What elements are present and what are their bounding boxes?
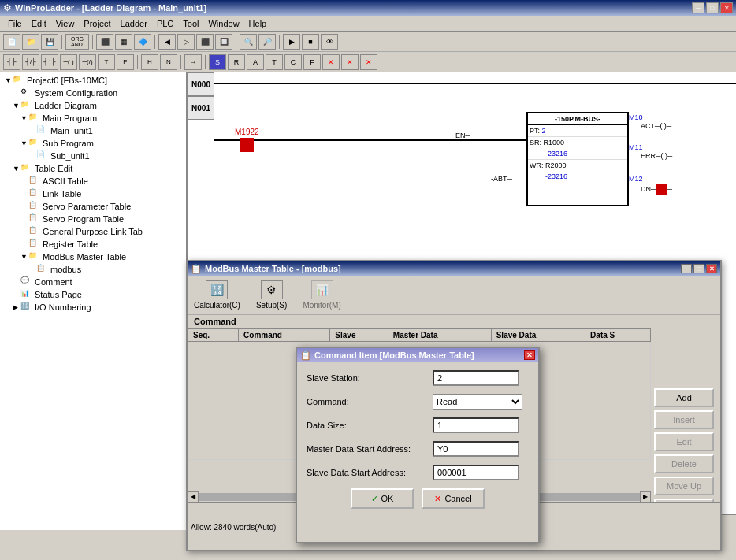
- tree-sub-prog[interactable]: ▼ 📁 Sub Program: [2, 137, 184, 150]
- tb2-f[interactable]: F: [303, 54, 321, 70]
- tree-servoprog-label: Servo Program Table: [43, 214, 124, 224]
- delete-button[interactable]: Delete: [654, 454, 714, 473]
- tb2-h[interactable]: H: [141, 54, 158, 70]
- tb-btn3[interactable]: ⬛: [96, 34, 113, 50]
- tree-servo-prog[interactable]: 📋 Servo Program Table: [2, 213, 184, 225]
- tree-root-arrow[interactable]: ▼: [5, 76, 13, 84]
- add-button[interactable]: Add: [654, 388, 714, 407]
- scroll-left-btn[interactable]: ◀: [188, 491, 199, 503]
- master-data-input[interactable]: [433, 441, 519, 457]
- minimize-button[interactable]: ─: [692, 2, 704, 13]
- tb2-a[interactable]: A: [247, 54, 264, 70]
- tb-org[interactable]: ORGAND: [65, 34, 89, 50]
- tb2-coil[interactable]: ─( ): [60, 54, 77, 70]
- tb-btn8[interactable]: ⬛: [196, 34, 214, 50]
- tb-btn10[interactable]: 🔍: [240, 34, 257, 50]
- tree-main-unit1[interactable]: 📄 Main_unit1: [2, 124, 184, 137]
- tb2-ncoil[interactable]: ─(/): [79, 54, 96, 70]
- tb-btn11[interactable]: 🔎: [258, 34, 276, 50]
- tree-ladder-arrow[interactable]: ▼: [13, 102, 20, 109]
- menu-plc[interactable]: PLC: [152, 17, 178, 30]
- slave-data-input[interactable]: [433, 465, 519, 480]
- tb-new[interactable]: 📄: [3, 34, 20, 50]
- maximize-button[interactable]: □: [706, 2, 719, 13]
- tb2-timer[interactable]: T: [98, 54, 115, 70]
- tree-subunit1-label: Sub_unit1: [50, 151, 90, 161]
- tb2-s[interactable]: S: [209, 54, 226, 70]
- modbus-tab-setup[interactable]: ⚙ Setup(S): [256, 280, 287, 310]
- tree-register[interactable]: 📋 Register Table: [2, 238, 184, 250]
- tb2-arrow[interactable]: →: [184, 54, 202, 70]
- menu-file[interactable]: File: [3, 17, 27, 30]
- tb-btn9[interactable]: 🔲: [215, 34, 232, 50]
- modbus-maximize[interactable]: □: [693, 264, 704, 273]
- tb-stop[interactable]: ■: [302, 34, 319, 50]
- command-select[interactable]: Read Write Read/Write: [433, 394, 522, 410]
- tb2-ncontact[interactable]: ┤/├: [22, 54, 39, 70]
- slave-station-input[interactable]: [433, 370, 519, 386]
- cmd-dialog-close[interactable]: ✕: [524, 350, 535, 360]
- tree-system-config[interactable]: ⚙ System Configuration: [2, 87, 184, 99]
- tree-link-table[interactable]: 📋 Link Table: [2, 187, 184, 200]
- tree-root[interactable]: ▼ 📁 Project0 [FBs-10MC]: [2, 74, 184, 87]
- tb-save[interactable]: 💾: [41, 34, 58, 50]
- modbus-tab-monitor[interactable]: 📊 Monitor(M): [303, 280, 340, 310]
- data-size-input[interactable]: [433, 417, 519, 433]
- cmd-cancel-button[interactable]: ✕ Cancel: [422, 488, 485, 509]
- tree-table-edit[interactable]: ▼ 📁 Table Edit: [2, 162, 184, 175]
- tree-main-prog[interactable]: ▼ 📁 Main Program: [2, 112, 184, 124]
- tb2-x3[interactable]: ✕: [360, 54, 377, 70]
- tree-gp-link[interactable]: 📋 General Purpose Link Tab: [2, 225, 184, 238]
- tree-mainprog-arrow[interactable]: ▼: [20, 114, 28, 122]
- tb2-pcontact[interactable]: ┤↑├: [41, 54, 58, 70]
- tree-io-arrow[interactable]: ▶: [13, 303, 20, 311]
- sep5: [279, 35, 280, 49]
- menu-view[interactable]: View: [51, 17, 80, 30]
- tb2-c[interactable]: C: [284, 54, 302, 70]
- tree-modbus[interactable]: 📋 modbus: [2, 263, 184, 276]
- menu-project[interactable]: Project: [79, 17, 115, 30]
- tb2-n[interactable]: N: [160, 54, 177, 70]
- tree-tableedit-icon: 📁: [20, 163, 33, 174]
- menu-tool[interactable]: Tool: [178, 17, 203, 30]
- tree-sub-unit1[interactable]: 📄 Sub_unit1: [2, 150, 184, 162]
- tb2-r[interactable]: R: [228, 54, 245, 70]
- tb-btn4[interactable]: ▦: [115, 34, 132, 50]
- tb2-contact[interactable]: ┤├: [3, 54, 20, 70]
- edit-button[interactable]: Edit: [654, 432, 714, 451]
- tree-modbus-arrow[interactable]: ▼: [20, 253, 28, 261]
- modbus-tab-calculator[interactable]: 🔢 Calculator(C): [194, 280, 240, 310]
- tb2-x2[interactable]: ✕: [341, 54, 359, 70]
- cmd-dialog-title: Command Item [ModBus Master Table]: [314, 350, 474, 360]
- tb-btn7[interactable]: ▷: [177, 34, 195, 50]
- tb2-pcoil[interactable]: P: [117, 54, 134, 70]
- menu-help[interactable]: Help: [244, 17, 272, 30]
- close-button[interactable]: ✕: [720, 2, 733, 13]
- cmd-ok-button[interactable]: ✓ OK: [351, 488, 414, 509]
- modbus-close[interactable]: ✕: [706, 264, 717, 273]
- move-up-button[interactable]: Move Up: [654, 477, 714, 495]
- abt-label: -ABT─: [491, 175, 512, 183]
- menu-window[interactable]: Window: [203, 17, 243, 30]
- tb-btn5[interactable]: 🔷: [134, 34, 151, 50]
- tb-monitor[interactable]: 👁: [321, 34, 338, 50]
- tree-servo-param[interactable]: 📋 Servo Parameter Table: [2, 200, 184, 213]
- tb-btn6[interactable]: ◀: [158, 34, 176, 50]
- menu-edit[interactable]: Edit: [27, 17, 51, 30]
- tb-run[interactable]: ▶: [283, 34, 300, 50]
- menu-ladder[interactable]: Ladder: [116, 17, 152, 30]
- tb2-t[interactable]: T: [266, 54, 283, 70]
- modbus-minimize[interactable]: ─: [681, 264, 692, 273]
- tree-modbus-master[interactable]: ▼ 📁 ModBus Master Table: [2, 250, 184, 263]
- tree-tableedit-arrow[interactable]: ▼: [13, 165, 20, 172]
- tree-ladder[interactable]: ▼ 📁 Ladder Diagram: [2, 99, 184, 112]
- tb-open[interactable]: 📁: [22, 34, 39, 50]
- tree-comment[interactable]: 💬 Comment: [2, 276, 184, 288]
- tb2-x1[interactable]: ✕: [322, 54, 340, 70]
- tree-ascii[interactable]: 📋 ASCII Table: [2, 175, 184, 187]
- insert-button[interactable]: Insert: [654, 410, 714, 429]
- tree-status-page[interactable]: 📊 Status Page: [2, 288, 184, 301]
- scroll-right-btn[interactable]: ▶: [640, 491, 651, 503]
- tree-subprog-arrow[interactable]: ▼: [20, 139, 28, 147]
- tree-io[interactable]: ▶ 🔢 I/O Numbering: [2, 301, 184, 313]
